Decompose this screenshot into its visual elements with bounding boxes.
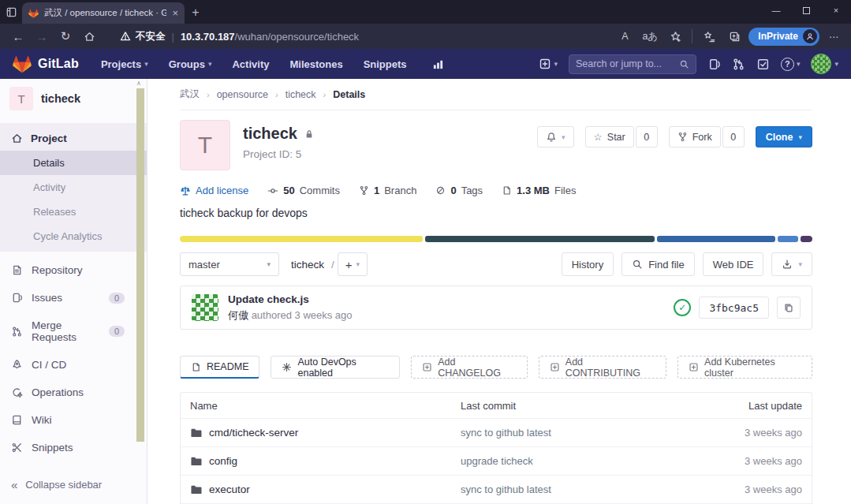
sidebar-item-issues[interactable]: Issues 0 xyxy=(0,284,147,312)
commit-message-link[interactable]: sync to github latest xyxy=(461,427,692,439)
file-name-link[interactable]: cmd/ticheck-server xyxy=(209,427,298,439)
notifications-dropdown[interactable]: ▾ xyxy=(537,126,574,147)
tab-actions-icon[interactable] xyxy=(0,0,22,24)
user-avatar xyxy=(811,54,831,74)
nav-milestones[interactable]: Milestones xyxy=(289,58,342,70)
add-file-button[interactable]: + ▾ xyxy=(338,252,368,276)
forward-button[interactable]: → xyxy=(30,25,54,47)
chevron-down-icon: ▾ xyxy=(797,60,801,68)
home-button[interactable] xyxy=(77,25,101,47)
copy-sha-button[interactable] xyxy=(777,297,801,319)
collections-icon[interactable] xyxy=(723,26,745,47)
add-favorite-icon[interactable] xyxy=(664,26,686,47)
download-button[interactable]: ▾ xyxy=(771,252,812,276)
minimize-button[interactable]: — xyxy=(761,0,791,21)
url-bar[interactable]: 不安全 | 10.3.70.187/wuhan/opensource/tiche… xyxy=(120,30,614,43)
star-button[interactable]: ☆ Star xyxy=(585,126,634,147)
sidebar-scrollbar[interactable]: ∧ xyxy=(136,79,145,504)
sidebar-item-releases[interactable]: Releases xyxy=(0,200,147,224)
file-name-link[interactable]: config xyxy=(209,455,237,467)
more-options-icon[interactable]: ⋯ xyxy=(823,26,845,47)
sidebar-item-activity[interactable]: Activity xyxy=(0,175,147,200)
table-row[interactable]: config upgrade ticheck 3 weeks ago xyxy=(181,447,812,476)
maximize-button[interactable] xyxy=(791,0,821,21)
pipeline-passed-icon[interactable]: ✓ xyxy=(674,299,691,316)
web-ide-button[interactable]: Web IDE xyxy=(703,252,764,276)
scrollbar-thumb[interactable] xyxy=(136,88,144,442)
search-icon xyxy=(679,59,689,69)
sidebar-item-cycle-analytics[interactable]: Cycle Analytics xyxy=(0,224,147,248)
table-row[interactable]: cmd/ticheck-server sync to github latest… xyxy=(181,419,812,447)
commit-message-link[interactable]: upgrade ticheck xyxy=(461,455,692,467)
sidebar-item-cicd[interactable]: CI / CD xyxy=(0,351,147,379)
repo-path-root[interactable]: ticheck xyxy=(291,259,324,271)
todos-icon[interactable] xyxy=(756,58,770,71)
sidebar-item-repository[interactable]: Repository xyxy=(0,256,147,284)
commit-title-link[interactable]: Update check.js xyxy=(228,293,353,305)
fork-button[interactable]: Fork xyxy=(669,126,721,147)
breadcrumb-group[interactable]: 武汉 xyxy=(180,88,200,101)
close-button[interactable]: × xyxy=(821,0,851,21)
breadcrumb-subgroup[interactable]: opensource xyxy=(217,89,268,100)
commit-message-link[interactable]: sync to github latest xyxy=(461,483,692,495)
collapse-sidebar-button[interactable]: « Collapse sidebar xyxy=(0,472,113,498)
sidebar-item-merge-requests[interactable]: Merge Requests 0 xyxy=(0,312,147,351)
search-box[interactable] xyxy=(569,54,696,74)
merge-requests-icon[interactable] xyxy=(732,58,745,71)
file-name-link[interactable]: executor xyxy=(209,483,250,495)
nav-groups[interactable]: Groups▾ xyxy=(169,58,212,70)
tags-stat[interactable]: 0Tags xyxy=(435,185,483,196)
translate-icon[interactable]: aあ xyxy=(639,26,661,47)
charts-icon[interactable] xyxy=(432,58,444,70)
chevron-down-icon: ▾ xyxy=(834,60,838,68)
back-button[interactable]: ← xyxy=(6,25,30,47)
sidebar-item-project[interactable]: Project xyxy=(0,126,147,151)
find-file-button[interactable]: Find file xyxy=(621,252,695,276)
read-aloud-icon[interactable]: A xyxy=(614,26,636,47)
readme-button[interactable]: README xyxy=(180,356,259,379)
new-menu-button[interactable]: ▾ xyxy=(539,58,558,70)
auto-devops-button[interactable]: Auto DevOps enabled xyxy=(271,356,400,379)
issues-icon[interactable] xyxy=(707,58,721,71)
gitlab-logo[interactable]: GitLab xyxy=(13,55,79,73)
issues-count-badge: 0 xyxy=(109,293,125,304)
sidebar-item-operations[interactable]: Operations xyxy=(0,379,147,406)
breadcrumb-sep: › xyxy=(207,90,210,99)
branch-selector[interactable]: master ▾ xyxy=(180,252,279,276)
nav-snippets[interactable]: Snippets xyxy=(364,58,407,70)
refresh-button[interactable]: ↻ xyxy=(54,25,77,47)
commit-sha-button[interactable]: 3fbc9ac5 xyxy=(699,297,769,319)
browser-tab[interactable]: 武汉 / opensource / ticheck · Git × xyxy=(22,2,185,24)
sidebar-item-wiki[interactable]: Wiki xyxy=(0,406,147,434)
inprivate-badge[interactable]: InPrivate xyxy=(748,28,819,46)
commits-stat[interactable]: 50Commits xyxy=(267,185,340,196)
branches-stat[interactable]: 1Branch xyxy=(359,185,416,196)
scroll-up-icon[interactable]: ∧ xyxy=(136,80,141,87)
tab-close-icon[interactable]: × xyxy=(172,7,178,19)
new-tab-button[interactable]: + xyxy=(185,2,207,24)
breadcrumb-project[interactable]: ticheck xyxy=(286,89,316,100)
add-changelog-button[interactable]: Add CHANGELOG xyxy=(411,356,528,379)
addressbar-actions: A aあ InPrivate ⋯ xyxy=(614,26,845,47)
add-contributing-button[interactable]: Add CONTRIBUTING xyxy=(539,356,666,379)
table-row[interactable]: executor sync to github latest 3 weeks a… xyxy=(181,476,812,504)
language-bar[interactable] xyxy=(180,236,812,242)
sidebar-project-context[interactable]: T ticheck xyxy=(0,79,147,117)
star-count[interactable]: 0 xyxy=(636,126,658,147)
help-menu[interactable]: ? ▾ xyxy=(781,58,801,71)
favorites-bar-icon[interactable] xyxy=(698,26,720,47)
commit-author[interactable]: 何傲 xyxy=(228,309,248,321)
search-input[interactable] xyxy=(576,58,674,69)
security-indicator[interactable]: 不安全 xyxy=(120,30,166,43)
sidebar-item-snippets[interactable]: Snippets xyxy=(0,434,147,461)
fork-count[interactable]: 0 xyxy=(722,126,745,147)
sidebar-item-details[interactable]: Details xyxy=(0,151,147,175)
user-menu[interactable]: ▾ xyxy=(811,54,838,74)
clone-button[interactable]: Clone ▾ xyxy=(756,126,812,147)
nav-projects[interactable]: Projects▾ xyxy=(101,58,148,70)
files-stat[interactable]: 1.3 MBFiles xyxy=(502,185,576,196)
add-license-link[interactable]: Add license xyxy=(180,185,248,196)
nav-activity[interactable]: Activity xyxy=(232,58,269,70)
add-kubernetes-button[interactable]: Add Kubernetes cluster xyxy=(677,356,812,379)
history-button[interactable]: History xyxy=(562,252,614,276)
